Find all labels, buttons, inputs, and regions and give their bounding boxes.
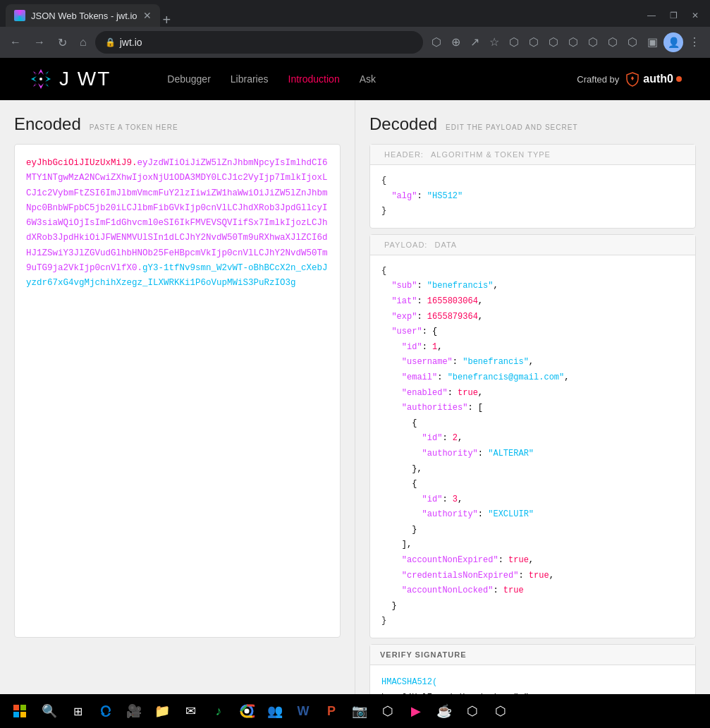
svg-point-2 — [39, 78, 42, 80]
decoded-title-text: Decoded — [369, 114, 437, 134]
maximize-button[interactable]: ❐ — [664, 8, 683, 23]
active-tab[interactable]: JSON Web Tokens - jwt.io ✕ — [6, 4, 160, 27]
teams-taskbar[interactable]: 👥 — [262, 698, 288, 724]
crafted-by-area: Crafted by auth0 — [577, 71, 682, 87]
edge-taskbar[interactable] — [93, 698, 118, 724]
extension7-icon[interactable]: ⬡ — [623, 32, 642, 52]
tab-close-button[interactable]: ✕ — [143, 10, 152, 21]
powerpoint-taskbar[interactable]: P — [319, 698, 344, 724]
token-payload: eyJzdWIiOiJiZW5lZnJhbmNpcyIsImlhdCI6MTY1… — [26, 158, 328, 273]
svg-rect-3 — [13, 705, 19, 710]
nav-libraries[interactable]: Libraries — [231, 73, 269, 85]
browser-toolbar: ← → ↻ ⌂ 🔒 jwt.io ⬡ ⊕ ↗ ☆ ⬡ ⬡ ⬡ ⬡ ⬡ ⬡ ⬡ ▣… — [0, 27, 710, 58]
address-bar[interactable]: 🔒 jwt.io — [95, 31, 423, 54]
extension1-icon[interactable]: ⬡ — [505, 32, 523, 52]
header-alg-key: "alg" — [391, 191, 417, 201]
share-icon[interactable]: ↗ — [466, 32, 484, 52]
colon1: : — [417, 191, 427, 201]
minimize-button[interactable]: — — [642, 8, 661, 23]
java-taskbar[interactable]: ☕ — [431, 698, 457, 724]
taskbar: 🔍 ⊞ 🎥 📁 ✉ ♪ 👥 W P 📷 — [0, 694, 710, 728]
word-taskbar[interactable]: W — [290, 698, 316, 724]
decoded-title: Decoded EDIT THE PAYLOAD AND SECRET — [369, 114, 696, 134]
auth0-shield-icon — [625, 71, 640, 87]
extension6-icon[interactable]: ⬡ — [604, 32, 622, 52]
encoded-panel: Encoded PASTE A TOKEN HERE eyJhbGciOiJIU… — [0, 100, 355, 728]
title-bar: JSON Web Tokens - jwt.io ✕ + — ❐ ✕ — [0, 0, 710, 27]
auth0-dot — [676, 76, 682, 82]
bookmark-icon[interactable]: ☆ — [485, 32, 503, 52]
header-body: { "alg": "HS512" } — [370, 165, 695, 228]
folder-taskbar[interactable]: 📁 — [149, 698, 175, 724]
encoded-title: Encoded PASTE A TOKEN HERE — [14, 114, 341, 134]
split-screen-icon[interactable]: ▣ — [643, 32, 662, 52]
decoded-panel: Decoded EDIT THE PAYLOAD AND SECRET HEAD… — [355, 100, 710, 728]
nav-debugger[interactable]: Debugger — [167, 73, 211, 85]
zoom-taskbar[interactable]: 🎥 — [121, 698, 147, 724]
extra1-taskbar[interactable]: ⬡ — [460, 698, 485, 724]
window-controls: — ❐ ✕ — [642, 8, 704, 23]
payload-section-title: PAYLOAD: DATA — [370, 235, 695, 255]
svg-rect-6 — [20, 712, 26, 717]
payload-body: { "sub": "benefrancis", "iat": 165580306… — [370, 255, 695, 638]
main-nav: Debugger Libraries Introduction Ask — [167, 73, 577, 85]
svg-point-8 — [245, 709, 250, 714]
header-section-title: HEADER: ALGORITHM & TOKEN TYPE — [370, 145, 695, 165]
forward-button[interactable]: → — [30, 33, 49, 51]
home-button[interactable]: ⌂ — [75, 33, 91, 51]
extension5-icon[interactable]: ⬡ — [584, 32, 602, 52]
encoded-title-text: Encoded — [14, 114, 81, 134]
header-section: HEADER: ALGORITHM & TOKEN TYPE { "alg": … — [369, 144, 696, 229]
encoded-subtitle: PASTE A TOKEN HERE — [90, 123, 178, 131]
nav-introduction[interactable]: Introduction — [288, 73, 340, 85]
extension3-icon[interactable]: ⬡ — [544, 32, 563, 52]
token-header: eyJhbGciOiJIUzUxMiJ9. — [26, 158, 137, 168]
mail-taskbar[interactable]: ✉ — [178, 698, 203, 724]
payload-section: PAYLOAD: DATA { "sub": "benefrancis", "i… — [369, 234, 696, 638]
capture-taskbar[interactable]: 📷 — [347, 698, 372, 724]
tab-bar: JSON Web Tokens - jwt.io ✕ + — [6, 4, 642, 27]
spotify-taskbar[interactable]: ♪ — [206, 698, 231, 724]
auth0-logo: auth0 — [625, 71, 682, 87]
logo-area: J WT — [28, 66, 111, 92]
auth0-name: auth0 — [643, 73, 673, 85]
chrome-taskbar[interactable] — [234, 698, 259, 724]
profile-avatar[interactable]: 👤 — [663, 32, 683, 52]
back-button[interactable]: ← — [6, 33, 25, 51]
header-sublabel: ALGORITHM & TOKEN TYPE — [431, 150, 551, 159]
github-taskbar[interactable]: ⬡ — [375, 698, 400, 724]
svg-rect-5 — [13, 712, 19, 717]
header-close-brace: } — [381, 206, 386, 216]
app-header: J WT Debugger Libraries Introduction Ask… — [0, 58, 710, 100]
search-taskbar[interactable]: 🔍 — [37, 698, 62, 724]
new-tab-button[interactable]: + — [163, 13, 171, 27]
lock-icon: 🔒 — [105, 37, 116, 47]
token-box[interactable]: eyJhbGciOiJIUzUxMiJ9.eyJzdWIiOiJiZW5lZnJ… — [14, 144, 341, 638]
chrome-icon — [239, 703, 255, 719]
extension4-icon[interactable]: ⬡ — [564, 32, 582, 52]
cast-icon[interactable]: ⬡ — [427, 32, 446, 52]
menu-icon[interactable]: ⋮ — [685, 32, 704, 52]
extension2-icon[interactable]: ⬡ — [525, 32, 543, 52]
task-view-taskbar[interactable]: ⊞ — [65, 698, 90, 724]
extra2-taskbar[interactable]: ⬡ — [488, 698, 513, 724]
tab-title: JSON Web Tokens - jwt.io — [31, 11, 137, 21]
intellij-taskbar[interactable]: ▶ — [403, 698, 429, 724]
close-window-button[interactable]: ✕ — [686, 8, 704, 23]
verify-section-title: VERIFY SIGNATURE — [370, 645, 695, 665]
svg-rect-4 — [20, 705, 26, 710]
hmac-func: HMACSHA512( — [381, 677, 437, 687]
url-text: jwt.io — [120, 37, 413, 48]
start-button[interactable] — [6, 697, 34, 725]
payload-sublabel: DATA — [434, 241, 457, 249]
crafted-by-text: Crafted by — [577, 74, 619, 85]
nav-ask[interactable]: Ask — [360, 73, 376, 85]
windows-start-icon — [13, 704, 27, 718]
zoom-icon[interactable]: ⊕ — [447, 32, 465, 52]
header-label: HEADER: — [384, 150, 424, 159]
refresh-button[interactable]: ↻ — [54, 33, 71, 52]
edge-icon — [98, 703, 114, 719]
payload-label: PAYLOAD: — [384, 241, 427, 249]
main-content: Encoded PASTE A TOKEN HERE eyJhbGciOiJIU… — [0, 100, 710, 728]
toolbar-icons: ⬡ ⊕ ↗ ☆ ⬡ ⬡ ⬡ ⬡ ⬡ ⬡ ⬡ ▣ 👤 ⋮ — [427, 32, 704, 52]
